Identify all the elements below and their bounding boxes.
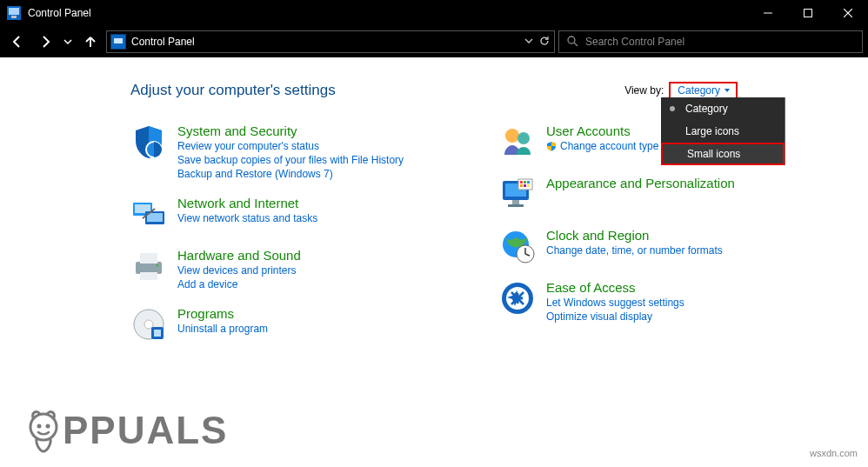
category-hardware: Hardware and Sound View devices and prin… [130, 248, 464, 290]
mascot-icon [19, 406, 68, 455]
left-column: System and Security Review your computer… [130, 123, 464, 343]
view-by-label: View by: [624, 84, 664, 97]
dropdown-option-small-icons[interactable]: Small icons [661, 143, 785, 165]
svg-rect-2 [11, 16, 17, 18]
personalization-icon [499, 176, 536, 212]
svg-point-45 [30, 414, 57, 440]
svg-rect-32 [524, 181, 526, 183]
maximize-button[interactable] [788, 0, 828, 26]
category-link[interactable]: Network and Internet [177, 196, 317, 210]
chevron-down-icon [724, 87, 731, 94]
svg-rect-16 [136, 262, 162, 274]
category-system-security: System and Security Review your computer… [130, 123, 464, 180]
back-button[interactable] [5, 30, 30, 54]
svg-point-21 [144, 320, 153, 329]
svg-rect-23 [154, 330, 161, 337]
address-icon [110, 34, 126, 50]
nav-bar: Control Panel Search Control Panel [0, 26, 868, 57]
users-icon [499, 123, 536, 160]
search-input[interactable]: Search Control Panel [558, 30, 863, 53]
watermark-text: PPUALS [63, 409, 228, 452]
control-panel-icon [7, 6, 21, 20]
chevron-down-icon[interactable] [524, 36, 533, 48]
category-link[interactable]: System and Security [177, 123, 404, 138]
globe-clock-icon [499, 228, 536, 264]
view-by-control: View by: Category [624, 82, 738, 99]
shield-icon [130, 123, 167, 160]
svg-rect-18 [140, 272, 157, 280]
view-by-button[interactable]: Category [669, 82, 738, 99]
refresh-icon[interactable] [538, 35, 551, 50]
task-link[interactable]: Uninstall a program [177, 323, 268, 335]
dropdown-option-category[interactable]: Category [661, 97, 785, 120]
svg-rect-33 [527, 181, 530, 183]
search-icon [566, 35, 578, 50]
view-by-value: Category [678, 84, 720, 97]
svg-rect-31 [520, 181, 523, 183]
svg-rect-34 [520, 184, 523, 187]
task-link[interactable]: Change account type [546, 140, 658, 152]
category-link[interactable]: Clock and Region [546, 228, 723, 243]
svg-point-24 [505, 129, 519, 143]
task-link[interactable]: View network status and tasks [177, 212, 317, 224]
category-appearance: Appearance and Personalization [499, 176, 833, 212]
search-placeholder: Search Control Panel [585, 36, 684, 48]
category-link[interactable]: Ease of Access [546, 280, 684, 295]
svg-rect-17 [140, 253, 157, 264]
svg-line-9 [574, 43, 578, 46]
category-ease-of-access: Ease of Access Let Windows suggest setti… [499, 280, 833, 323]
category-link[interactable]: Programs [177, 306, 268, 321]
svg-rect-14 [147, 213, 163, 222]
disc-icon [130, 306, 167, 343]
task-link[interactable]: Change date, time, or number formats [546, 244, 723, 257]
category-network: Network and Internet View network status… [130, 196, 464, 232]
recent-locations-button[interactable] [61, 30, 75, 54]
svg-rect-1 [9, 8, 19, 15]
forward-button[interactable] [33, 30, 57, 54]
watermark-logo: PPUALS [19, 406, 228, 455]
task-link[interactable]: Optimize visual display [546, 310, 684, 323]
task-link[interactable]: Review your computer's status [177, 140, 404, 152]
task-link[interactable]: Backup and Restore (Windows 7) [177, 168, 404, 180]
title-bar: Control Panel [0, 0, 868, 26]
svg-rect-4 [805, 10, 812, 17]
ease-of-access-icon [499, 280, 536, 317]
window-title: Control Panel [28, 7, 748, 19]
svg-rect-29 [508, 204, 524, 207]
content-area: Adjust your computer's settings View by:… [0, 57, 868, 343]
svg-point-19 [157, 264, 159, 267]
svg-rect-7 [114, 38, 123, 43]
svg-point-8 [568, 37, 575, 43]
task-link[interactable]: Save backup copies of your files with Fi… [177, 154, 404, 166]
printer-icon [130, 248, 167, 284]
task-link[interactable]: View devices and printers [177, 264, 301, 277]
category-link[interactable]: Hardware and Sound [177, 248, 301, 263]
address-bar[interactable]: Control Panel [106, 30, 555, 53]
svg-point-46 [37, 424, 42, 429]
task-link[interactable]: Add a device [177, 278, 301, 290]
network-icon [130, 196, 167, 232]
svg-point-47 [46, 424, 50, 429]
svg-rect-35 [524, 184, 526, 187]
svg-rect-36 [527, 184, 530, 187]
category-programs: Programs Uninstall a program [130, 306, 464, 343]
category-link[interactable]: User Accounts [546, 123, 658, 138]
svg-point-25 [517, 132, 530, 144]
category-link[interactable]: Appearance and Personalization [546, 176, 735, 190]
footer-credit: wsxdn.com [810, 448, 858, 458]
close-button[interactable] [828, 0, 868, 26]
up-button[interactable] [78, 30, 103, 54]
minimize-button[interactable] [748, 0, 788, 26]
uac-shield-icon [546, 141, 557, 151]
svg-rect-28 [512, 200, 519, 204]
breadcrumb[interactable]: Control Panel [131, 36, 195, 48]
dropdown-option-large-icons[interactable]: Large icons [661, 120, 785, 143]
view-by-dropdown: Category Large icons Small icons [661, 97, 785, 165]
task-link[interactable]: Let Windows suggest settings [546, 297, 684, 309]
category-clock-region: Clock and Region Change date, time, or n… [499, 228, 833, 264]
